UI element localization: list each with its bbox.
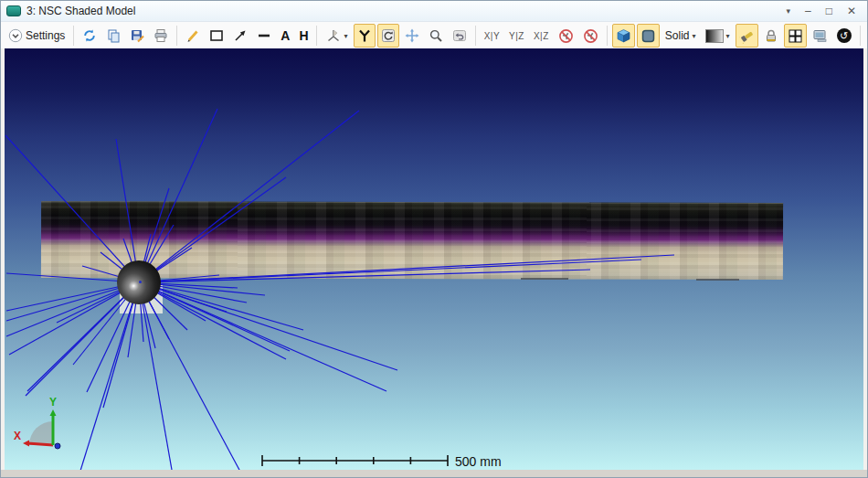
lock-icon <box>764 28 778 43</box>
cube-3d-icon <box>616 28 631 44</box>
settings-label: Settings <box>26 29 65 42</box>
line-tool-icon <box>257 28 271 43</box>
print-button[interactable] <box>150 24 172 48</box>
line-thickness-dropdown-button[interactable]: Line Thickness ▾ <box>865 24 868 48</box>
solid-label: Solid <box>665 29 690 42</box>
scale-bar <box>262 455 448 466</box>
caret-down-icon: ▾ <box>344 32 348 40</box>
source-sphere[interactable] <box>117 260 161 304</box>
rectangle-tool-button[interactable] <box>206 24 228 48</box>
solid-dropdown-button[interactable]: Solid ▾ <box>662 24 700 48</box>
rounded-square-icon <box>640 28 656 44</box>
plane-yz-button[interactable]: Y|Z <box>505 24 528 48</box>
window-copy-icon <box>812 28 828 43</box>
plane-yz-label: Y|Z <box>509 31 524 41</box>
settings-button[interactable]: Settings <box>5 24 69 48</box>
suppress-rays-2-button[interactable] <box>579 24 602 48</box>
zoom-view-button[interactable] <box>425 24 447 48</box>
copy-button[interactable] <box>102 24 124 48</box>
settings-chevron-icon <box>8 28 23 43</box>
toolbar: Settings <box>1 22 867 50</box>
window-border-right <box>863 48 867 471</box>
pencil-tool-button[interactable] <box>182 24 204 48</box>
plane-xy-label: X|Y <box>484 31 500 41</box>
pan-icon <box>405 28 419 43</box>
render-viewport[interactable]: X Y 500 mm <box>5 48 863 472</box>
no-fan-icon <box>558 28 574 44</box>
minimize-button[interactable]: – <box>805 5 811 16</box>
zoom-icon <box>429 28 443 43</box>
nsc-shaded-model-window: 3: NSC Shaded Model ▾ – □ ✕ Settings <box>0 0 868 478</box>
rounded-square-toggle-button[interactable] <box>637 24 660 48</box>
print-icon <box>153 28 168 43</box>
separator <box>73 26 74 46</box>
text-tool-button[interactable]: A <box>277 24 293 48</box>
gradient-swatch-icon <box>705 29 724 43</box>
caret-down-icon: ▾ <box>693 32 696 40</box>
pencil-icon <box>185 28 200 43</box>
separator <box>860 26 861 46</box>
lock-view-button[interactable] <box>760 24 782 48</box>
undo-view-icon <box>452 28 467 43</box>
separator <box>607 26 608 46</box>
rays <box>5 109 674 471</box>
scale-bar-label: 500 mm <box>455 454 502 469</box>
caret-down-icon: ▾ <box>726 32 730 40</box>
axis-orientation-icon <box>325 28 342 43</box>
window-dropdown-button[interactable]: ▾ <box>786 7 790 16</box>
maximize-button[interactable]: □ <box>826 5 832 16</box>
window-menu-icon[interactable] <box>6 5 21 16</box>
save-icon <box>130 28 144 43</box>
title-bar: 3: NSC Shaded Model ▾ – □ ✕ <box>1 1 867 22</box>
window-controls: ▾ – □ ✕ <box>786 5 862 16</box>
scene-overlay: X Y 500 mm <box>5 48 863 471</box>
axis-y-toggle-button[interactable] <box>354 24 376 48</box>
arrow-tool-icon <box>233 28 248 43</box>
shading-gradient-dropdown-button[interactable]: ▾ <box>702 24 734 48</box>
source-point-dot <box>139 281 142 283</box>
rotate-view-button[interactable] <box>377 24 399 48</box>
undo-view-button[interactable] <box>449 24 471 48</box>
quad-view-icon <box>788 28 803 44</box>
quad-view-toggle-button[interactable] <box>784 24 807 48</box>
refresh-button[interactable] <box>79 24 101 48</box>
plane-xy-button[interactable]: X|Y <box>481 24 503 48</box>
axis-y-toggle-icon <box>357 28 372 43</box>
pan-view-button[interactable] <box>401 24 423 48</box>
copy-window-button[interactable] <box>809 24 831 48</box>
plane-xz-button[interactable]: X|Z <box>530 24 553 48</box>
axis-triad <box>23 409 60 449</box>
axis-x-label: X <box>14 430 21 442</box>
window-border-left <box>1 48 5 471</box>
refresh-icon <box>82 28 97 43</box>
arrow-tool-button[interactable] <box>229 24 251 48</box>
rotate-icon <box>381 28 396 43</box>
rectangle-tool-icon <box>209 28 224 43</box>
separator <box>475 26 476 46</box>
close-button[interactable]: ✕ <box>847 5 856 16</box>
separator <box>316 26 317 46</box>
line-tool-button[interactable] <box>253 24 275 48</box>
text-halign-icon: H <box>299 28 307 43</box>
window-border-bottom <box>1 470 867 477</box>
window-title: 3: NSC Shaded Model <box>26 5 135 17</box>
plane-xz-label: X|Z <box>534 31 549 41</box>
no-fan-2-icon <box>583 28 598 44</box>
separator <box>176 26 177 46</box>
flashlight-toggle-button[interactable] <box>736 24 758 48</box>
text-tool-icon: A <box>281 28 290 43</box>
shaded-cube-toggle-button[interactable] <box>612 24 635 48</box>
text-halign-tool-button[interactable]: H <box>295 24 311 48</box>
axis-y-label: Y <box>49 396 57 409</box>
reset-view-icon: ↺ <box>837 28 852 43</box>
suppress-rays-button[interactable] <box>555 24 577 48</box>
save-button[interactable] <box>126 24 148 48</box>
reset-view-button[interactable]: ↺ <box>833 24 855 48</box>
orientation-dropdown-button[interactable]: ▾ <box>322 24 352 48</box>
flashlight-icon <box>739 28 755 44</box>
copy-icon <box>106 28 121 43</box>
